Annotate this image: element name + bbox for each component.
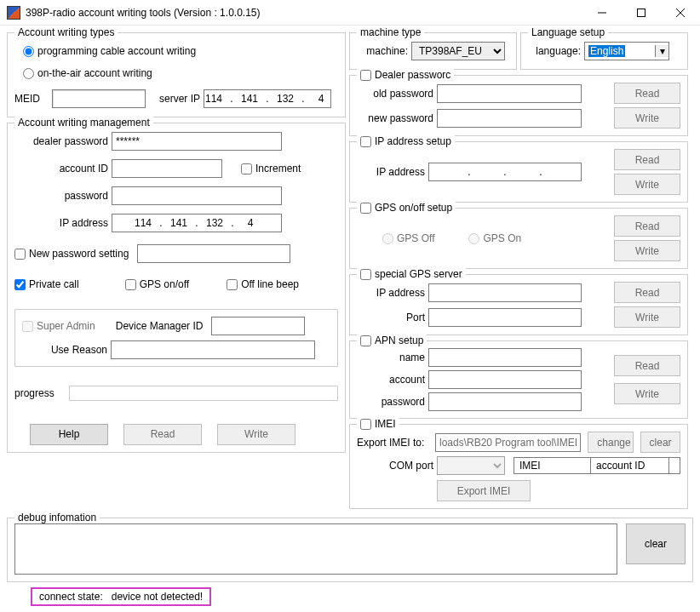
apn-write-button[interactable]: Write xyxy=(614,383,680,404)
app-icon xyxy=(7,6,20,20)
maximize-button[interactable] xyxy=(622,0,661,26)
special-gps-legend-checkbox[interactable]: special GPS server xyxy=(357,268,466,280)
group-legend: Language setup xyxy=(528,26,608,38)
ip-write-button[interactable]: Write xyxy=(614,174,680,195)
read-button[interactable]: Read xyxy=(123,424,202,445)
imei-table-header: IMEI account ID xyxy=(514,457,680,474)
new-password-checkbox[interactable]: New password setting xyxy=(14,248,129,260)
window-title: 398P-radio account writing tools (Versio… xyxy=(26,7,582,19)
language-select[interactable]: English ▾ xyxy=(584,42,669,60)
apn-password-input[interactable] xyxy=(428,392,582,411)
special-gps-write-button[interactable]: Write xyxy=(614,306,680,328)
imei-clear-button[interactable]: clear xyxy=(640,432,680,453)
password-label: password xyxy=(14,190,108,202)
special-gps-ip-label: IP address xyxy=(357,287,425,299)
device-manager-id-input[interactable] xyxy=(211,317,305,335)
gps-off-radio: GPS Off xyxy=(382,232,434,244)
gps-on-radio: GPS On xyxy=(468,232,521,244)
change-button[interactable]: change xyxy=(588,432,633,453)
private-call-checkbox[interactable]: Private call xyxy=(14,278,79,290)
old-password-input[interactable] xyxy=(437,84,582,103)
debug-textarea[interactable] xyxy=(14,523,617,575)
ip-read-button[interactable]: Read xyxy=(614,149,680,170)
language-setup-group: Language setup language: English ▾ xyxy=(520,32,688,70)
export-imei-label: Export IMEI to: xyxy=(357,437,432,449)
progress-bar xyxy=(69,386,338,401)
debug-clear-button[interactable]: clear xyxy=(626,523,686,564)
super-admin-group: Super Admin Device Manager ID Use Reason xyxy=(14,309,338,367)
special-gps-server-group: special GPS server IP address Read Port … xyxy=(349,274,688,335)
close-button[interactable] xyxy=(661,0,700,26)
account-id-label: account ID xyxy=(14,163,108,174)
apn-read-button[interactable]: Read xyxy=(614,355,680,376)
machine-label: machine: xyxy=(357,45,408,57)
use-reason-label: Use Reason xyxy=(22,344,107,356)
svg-rect-1 xyxy=(638,9,645,16)
connect-status: connect state: device not detected! xyxy=(31,587,211,606)
group-legend: machine type xyxy=(357,26,424,38)
meid-input[interactable] xyxy=(52,89,146,108)
group-legend: debug infomation xyxy=(14,512,100,523)
password-input[interactable] xyxy=(112,186,282,205)
super-admin-checkbox: Super Admin xyxy=(22,320,95,332)
device-manager-id-label: Device Manager ID xyxy=(116,320,204,332)
ip-address-input[interactable]: 114. 141. 132. 4 xyxy=(112,214,282,232)
apn-name-input[interactable] xyxy=(428,348,582,367)
apn-account-input[interactable] xyxy=(428,370,582,389)
meid-label: MEID xyxy=(14,93,49,105)
ip-address-label: IP address xyxy=(14,217,108,229)
old-password-label: old password xyxy=(357,88,433,100)
dealer-read-button[interactable]: Read xyxy=(614,83,680,104)
special-gps-ip-input[interactable] xyxy=(428,283,582,302)
account-writing-management-group: Account writing management dealer passwo… xyxy=(7,123,346,453)
account-writing-types-group: Account writing types programming cable … xyxy=(7,32,346,117)
imei-legend-checkbox[interactable]: IMEI xyxy=(357,418,399,430)
ip-address-setup-group: IP address setup IP address ... Read Wri… xyxy=(349,141,688,203)
new-password-input2[interactable] xyxy=(437,109,582,128)
apn-legend-checkbox[interactable]: APN setup xyxy=(357,335,427,346)
apn-setup-group: APN setup name account password Read Wri… xyxy=(349,340,688,419)
apn-name-label: name xyxy=(357,352,425,363)
com-port-label: COM port xyxy=(357,460,433,472)
special-gps-port-label: Port xyxy=(357,312,425,323)
gps-read-button[interactable]: Read xyxy=(614,215,680,237)
progress-label: progress xyxy=(14,387,66,399)
on-the-air-radio[interactable]: on-the-air account writing xyxy=(23,67,152,79)
dealer-password-legend-checkbox[interactable]: Dealer passworc xyxy=(357,69,454,81)
help-button[interactable]: Help xyxy=(30,424,108,445)
special-gps-port-input[interactable] xyxy=(428,308,582,327)
imei-group: IMEI Export IMEI to: change clear COM po… xyxy=(349,424,688,509)
dealer-password-input[interactable] xyxy=(112,132,282,151)
special-gps-read-button[interactable]: Read xyxy=(614,282,680,303)
server-ip-input[interactable]: 114. 141. 132. 4 xyxy=(204,89,331,108)
gps-onoff-checkbox[interactable]: GPS on/off xyxy=(125,278,189,290)
server-ip-label: server IP xyxy=(149,93,200,105)
title-bar: 398P-radio account writing tools (Versio… xyxy=(0,0,700,26)
gps-setup-legend-checkbox[interactable]: GPS on/off setup xyxy=(357,202,456,214)
dealer-write-button[interactable]: Write xyxy=(614,107,680,129)
use-reason-input[interactable] xyxy=(111,340,315,359)
apn-password-label: password xyxy=(357,396,425,408)
dealer-password-group: Dealer passworc old password Read new pa… xyxy=(349,75,688,136)
dealer-password-label: dealer password xyxy=(14,135,108,147)
language-label: language: xyxy=(528,45,581,57)
offline-beep-checkbox[interactable]: Off line beep xyxy=(227,278,299,290)
machine-select[interactable]: TP398AF_EU xyxy=(411,42,505,60)
ip-address-label2: IP address xyxy=(357,166,425,178)
ip-setup-input[interactable]: ... xyxy=(428,163,582,181)
machine-type-group: machine type machine: TP398AF_EU xyxy=(349,32,517,70)
increment-checkbox[interactable]: Increment xyxy=(241,163,301,174)
chevron-down-icon: ▾ xyxy=(655,45,668,57)
ip-setup-legend-checkbox[interactable]: IP address setup xyxy=(357,135,455,147)
group-legend: Account writing management xyxy=(14,117,153,129)
export-imei-button[interactable]: Export IMEI xyxy=(437,480,531,501)
account-id-input[interactable] xyxy=(112,159,222,178)
com-port-select[interactable] xyxy=(437,456,505,475)
minimize-button[interactable] xyxy=(582,0,622,26)
programming-cable-radio[interactable]: programming cable account writing xyxy=(23,45,196,57)
export-imei-path xyxy=(435,433,581,452)
gps-write-button[interactable]: Write xyxy=(614,240,680,261)
new-password-input[interactable] xyxy=(137,244,290,263)
write-button[interactable]: Write xyxy=(217,424,295,445)
group-legend: Account writing types xyxy=(14,26,118,38)
